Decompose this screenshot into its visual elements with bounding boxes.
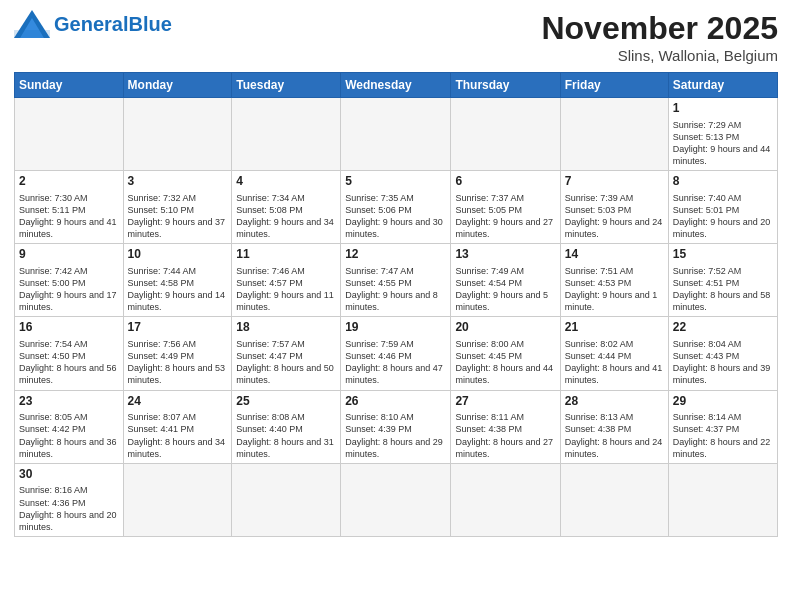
calendar-day-cell: 4Sunrise: 7:34 AM Sunset: 5:08 PM Daylig… bbox=[232, 171, 341, 244]
day-info: Sunrise: 7:56 AM Sunset: 4:49 PM Dayligh… bbox=[128, 338, 228, 387]
day-info: Sunrise: 8:05 AM Sunset: 4:42 PM Dayligh… bbox=[19, 411, 119, 460]
day-number: 29 bbox=[673, 394, 773, 410]
day-number: 16 bbox=[19, 320, 119, 336]
calendar-day-cell: 25Sunrise: 8:08 AM Sunset: 4:40 PM Dayli… bbox=[232, 390, 341, 463]
calendar-day-cell: 6Sunrise: 7:37 AM Sunset: 5:05 PM Daylig… bbox=[451, 171, 560, 244]
day-info: Sunrise: 7:59 AM Sunset: 4:46 PM Dayligh… bbox=[345, 338, 446, 387]
calendar-day-cell bbox=[123, 463, 232, 536]
calendar-day-cell: 10Sunrise: 7:44 AM Sunset: 4:58 PM Dayli… bbox=[123, 244, 232, 317]
logo-general: General bbox=[54, 13, 128, 35]
day-info: Sunrise: 8:00 AM Sunset: 4:45 PM Dayligh… bbox=[455, 338, 555, 387]
calendar-day-cell: 15Sunrise: 7:52 AM Sunset: 4:51 PM Dayli… bbox=[668, 244, 777, 317]
day-number: 23 bbox=[19, 394, 119, 410]
calendar-day-cell: 12Sunrise: 7:47 AM Sunset: 4:55 PM Dayli… bbox=[341, 244, 451, 317]
calendar-day-cell bbox=[232, 463, 341, 536]
day-number: 19 bbox=[345, 320, 446, 336]
day-number: 17 bbox=[128, 320, 228, 336]
day-number: 14 bbox=[565, 247, 664, 263]
day-number: 9 bbox=[19, 247, 119, 263]
day-number: 12 bbox=[345, 247, 446, 263]
day-number: 22 bbox=[673, 320, 773, 336]
calendar-week-row: 23Sunrise: 8:05 AM Sunset: 4:42 PM Dayli… bbox=[15, 390, 778, 463]
calendar-subtitle: Slins, Wallonia, Belgium bbox=[541, 47, 778, 64]
logo-text: GeneralBlue bbox=[54, 13, 172, 35]
day-info: Sunrise: 8:11 AM Sunset: 4:38 PM Dayligh… bbox=[455, 411, 555, 460]
day-number: 25 bbox=[236, 394, 336, 410]
day-number: 15 bbox=[673, 247, 773, 263]
calendar-day-cell: 21Sunrise: 8:02 AM Sunset: 4:44 PM Dayli… bbox=[560, 317, 668, 390]
day-number: 5 bbox=[345, 174, 446, 190]
day-info: Sunrise: 7:46 AM Sunset: 4:57 PM Dayligh… bbox=[236, 265, 336, 314]
calendar-header-row: Sunday Monday Tuesday Wednesday Thursday… bbox=[15, 73, 778, 98]
day-info: Sunrise: 8:13 AM Sunset: 4:38 PM Dayligh… bbox=[565, 411, 664, 460]
calendar-day-cell bbox=[123, 98, 232, 171]
calendar-day-cell: 28Sunrise: 8:13 AM Sunset: 4:38 PM Dayli… bbox=[560, 390, 668, 463]
day-info: Sunrise: 7:35 AM Sunset: 5:06 PM Dayligh… bbox=[345, 192, 446, 241]
col-thursday: Thursday bbox=[451, 73, 560, 98]
day-info: Sunrise: 8:02 AM Sunset: 4:44 PM Dayligh… bbox=[565, 338, 664, 387]
calendar-day-cell: 9Sunrise: 7:42 AM Sunset: 5:00 PM Daylig… bbox=[15, 244, 124, 317]
calendar-day-cell: 30Sunrise: 8:16 AM Sunset: 4:36 PM Dayli… bbox=[15, 463, 124, 536]
calendar-title: November 2025 bbox=[541, 10, 778, 47]
calendar-week-row: 16Sunrise: 7:54 AM Sunset: 4:50 PM Dayli… bbox=[15, 317, 778, 390]
calendar-day-cell: 3Sunrise: 7:32 AM Sunset: 5:10 PM Daylig… bbox=[123, 171, 232, 244]
calendar-day-cell: 27Sunrise: 8:11 AM Sunset: 4:38 PM Dayli… bbox=[451, 390, 560, 463]
calendar-day-cell bbox=[668, 463, 777, 536]
day-number: 26 bbox=[345, 394, 446, 410]
calendar-week-row: 9Sunrise: 7:42 AM Sunset: 5:00 PM Daylig… bbox=[15, 244, 778, 317]
calendar-day-cell bbox=[15, 98, 124, 171]
day-info: Sunrise: 7:32 AM Sunset: 5:10 PM Dayligh… bbox=[128, 192, 228, 241]
calendar-day-cell: 24Sunrise: 8:07 AM Sunset: 4:41 PM Dayli… bbox=[123, 390, 232, 463]
day-number: 6 bbox=[455, 174, 555, 190]
day-number: 24 bbox=[128, 394, 228, 410]
calendar-day-cell: 22Sunrise: 8:04 AM Sunset: 4:43 PM Dayli… bbox=[668, 317, 777, 390]
calendar-day-cell: 5Sunrise: 7:35 AM Sunset: 5:06 PM Daylig… bbox=[341, 171, 451, 244]
day-info: Sunrise: 7:30 AM Sunset: 5:11 PM Dayligh… bbox=[19, 192, 119, 241]
day-info: Sunrise: 7:34 AM Sunset: 5:08 PM Dayligh… bbox=[236, 192, 336, 241]
calendar-day-cell: 29Sunrise: 8:14 AM Sunset: 4:37 PM Dayli… bbox=[668, 390, 777, 463]
day-number: 28 bbox=[565, 394, 664, 410]
title-block: November 2025 Slins, Wallonia, Belgium bbox=[541, 10, 778, 64]
col-saturday: Saturday bbox=[668, 73, 777, 98]
day-info: Sunrise: 7:51 AM Sunset: 4:53 PM Dayligh… bbox=[565, 265, 664, 314]
col-sunday: Sunday bbox=[15, 73, 124, 98]
col-friday: Friday bbox=[560, 73, 668, 98]
page: GeneralBlue November 2025 Slins, Walloni… bbox=[0, 0, 792, 612]
day-number: 7 bbox=[565, 174, 664, 190]
logo-icon bbox=[14, 10, 50, 38]
calendar-day-cell: 23Sunrise: 8:05 AM Sunset: 4:42 PM Dayli… bbox=[15, 390, 124, 463]
day-number: 10 bbox=[128, 247, 228, 263]
logo-blue: Blue bbox=[128, 13, 171, 35]
day-info: Sunrise: 7:44 AM Sunset: 4:58 PM Dayligh… bbox=[128, 265, 228, 314]
day-info: Sunrise: 8:14 AM Sunset: 4:37 PM Dayligh… bbox=[673, 411, 773, 460]
calendar-day-cell: 14Sunrise: 7:51 AM Sunset: 4:53 PM Dayli… bbox=[560, 244, 668, 317]
col-wednesday: Wednesday bbox=[341, 73, 451, 98]
day-number: 1 bbox=[673, 101, 773, 117]
day-info: Sunrise: 7:42 AM Sunset: 5:00 PM Dayligh… bbox=[19, 265, 119, 314]
day-info: Sunrise: 7:52 AM Sunset: 4:51 PM Dayligh… bbox=[673, 265, 773, 314]
calendar-day-cell: 17Sunrise: 7:56 AM Sunset: 4:49 PM Dayli… bbox=[123, 317, 232, 390]
calendar-week-row: 1Sunrise: 7:29 AM Sunset: 5:13 PM Daylig… bbox=[15, 98, 778, 171]
day-info: Sunrise: 7:57 AM Sunset: 4:47 PM Dayligh… bbox=[236, 338, 336, 387]
calendar-table: Sunday Monday Tuesday Wednesday Thursday… bbox=[14, 72, 778, 537]
calendar-week-row: 2Sunrise: 7:30 AM Sunset: 5:11 PM Daylig… bbox=[15, 171, 778, 244]
day-number: 11 bbox=[236, 247, 336, 263]
header: GeneralBlue November 2025 Slins, Walloni… bbox=[14, 10, 778, 64]
calendar-day-cell: 19Sunrise: 7:59 AM Sunset: 4:46 PM Dayli… bbox=[341, 317, 451, 390]
svg-rect-2 bbox=[14, 30, 50, 38]
calendar-day-cell: 26Sunrise: 8:10 AM Sunset: 4:39 PM Dayli… bbox=[341, 390, 451, 463]
day-number: 3 bbox=[128, 174, 228, 190]
calendar-day-cell bbox=[560, 98, 668, 171]
day-info: Sunrise: 7:47 AM Sunset: 4:55 PM Dayligh… bbox=[345, 265, 446, 314]
day-number: 4 bbox=[236, 174, 336, 190]
calendar-day-cell: 8Sunrise: 7:40 AM Sunset: 5:01 PM Daylig… bbox=[668, 171, 777, 244]
calendar-day-cell: 7Sunrise: 7:39 AM Sunset: 5:03 PM Daylig… bbox=[560, 171, 668, 244]
calendar-day-cell bbox=[232, 98, 341, 171]
calendar-day-cell bbox=[560, 463, 668, 536]
day-number: 30 bbox=[19, 467, 119, 483]
day-info: Sunrise: 8:08 AM Sunset: 4:40 PM Dayligh… bbox=[236, 411, 336, 460]
calendar-day-cell: 11Sunrise: 7:46 AM Sunset: 4:57 PM Dayli… bbox=[232, 244, 341, 317]
day-number: 18 bbox=[236, 320, 336, 336]
calendar-day-cell bbox=[341, 463, 451, 536]
calendar-day-cell: 20Sunrise: 8:00 AM Sunset: 4:45 PM Dayli… bbox=[451, 317, 560, 390]
